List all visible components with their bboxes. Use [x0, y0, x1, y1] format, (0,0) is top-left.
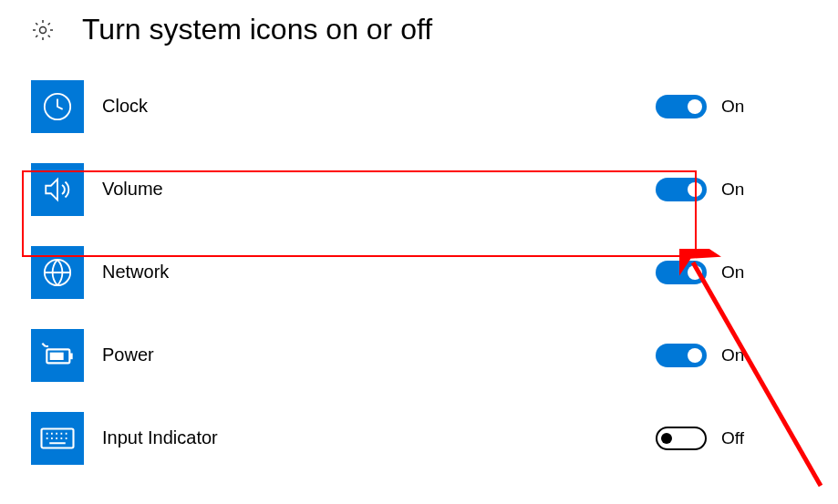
row-power: Power On [31, 328, 838, 382]
item-label: Input Indicator [102, 427, 656, 448]
keyboard-icon [31, 412, 84, 465]
svg-rect-5 [50, 352, 64, 359]
toggle-clock[interactable] [656, 95, 707, 118]
toggle-power[interactable] [656, 344, 707, 367]
toggle-state-label: On [721, 97, 744, 117]
network-icon [31, 246, 84, 299]
toggle-input-indicator[interactable] [656, 427, 707, 450]
clock-icon [31, 80, 84, 133]
row-clock: Clock On [31, 79, 838, 133]
row-network: Network On [31, 245, 838, 299]
svg-rect-4 [69, 353, 72, 359]
item-label: Network [102, 262, 656, 283]
system-icons-list: Clock On Volume On Network On [0, 46, 838, 465]
gear-icon [31, 18, 55, 42]
item-label: Volume [102, 179, 656, 200]
item-label: Clock [102, 96, 656, 117]
toggle-network[interactable] [656, 261, 707, 284]
toggle-volume[interactable] [656, 178, 707, 201]
toggle-state-label: Off [721, 428, 744, 448]
toggle-state-label: On [721, 345, 744, 365]
page-title: Turn system icons on or off [82, 13, 432, 46]
toggle-state-label: On [721, 180, 744, 200]
item-label: Power [102, 345, 656, 365]
toggle-state-label: On [721, 262, 744, 283]
page-header: Turn system icons on or off [0, 0, 838, 46]
row-volume: Volume On [31, 162, 838, 216]
power-icon [31, 329, 84, 382]
row-input-indicator: Input Indicator Off [31, 411, 838, 465]
volume-icon [31, 163, 84, 216]
svg-point-0 [40, 26, 47, 33]
